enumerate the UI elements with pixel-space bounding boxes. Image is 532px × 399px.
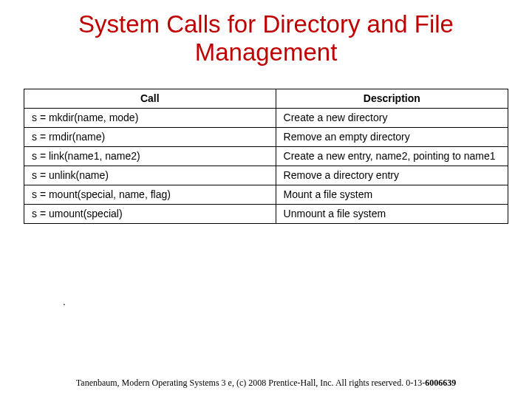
cell-call: s = umount(special) bbox=[24, 204, 276, 223]
cell-call: s = mount(special, name, flag) bbox=[24, 185, 276, 204]
cell-call: s = link(name1, name2) bbox=[24, 146, 276, 166]
header-desc: Description bbox=[276, 89, 508, 108]
cell-desc: Create a new entry, name2, pointing to n… bbox=[276, 146, 508, 166]
cell-call: s = mkdir(name, mode) bbox=[24, 108, 276, 127]
cell-desc: Unmount a file system bbox=[276, 204, 508, 223]
table-row: s = mkdir(name, mode) Create a new direc… bbox=[24, 108, 508, 127]
header-call: Call bbox=[24, 89, 276, 108]
stray-dot: . bbox=[63, 296, 66, 307]
table-row: s = umount(special) Unmount a file syste… bbox=[24, 204, 508, 223]
syscall-table: Call Description s = mkdir(name, mode) C… bbox=[24, 89, 508, 224]
cell-desc: Remove an empty directory bbox=[276, 127, 508, 146]
footer-text: Tanenbaum, Modern Operating Systems 3 e,… bbox=[76, 378, 425, 388]
cell-call: s = rmdir(name) bbox=[24, 127, 276, 146]
slide: System Calls for Directory and File Mana… bbox=[0, 0, 532, 399]
table-row: s = mount(special, name, flag) Mount a f… bbox=[24, 185, 508, 204]
table-row: s = rmdir(name) Remove an empty director… bbox=[24, 127, 508, 146]
page-title: System Calls for Directory and File Mana… bbox=[0, 0, 532, 66]
table-header-row: Call Description bbox=[24, 89, 508, 108]
syscall-table-wrap: Call Description s = mkdir(name, mode) C… bbox=[24, 89, 508, 224]
cell-desc: Mount a file system bbox=[276, 185, 508, 204]
footer-citation: Tanenbaum, Modern Operating Systems 3 e,… bbox=[0, 378, 532, 389]
table-row: s = link(name1, name2) Create a new entr… bbox=[24, 146, 508, 166]
footer-isbn: 6006639 bbox=[425, 378, 456, 388]
table-row: s = unlink(name) Remove a directory entr… bbox=[24, 166, 508, 185]
cell-desc: Remove a directory entry bbox=[276, 166, 508, 185]
cell-desc: Create a new directory bbox=[276, 108, 508, 127]
cell-call: s = unlink(name) bbox=[24, 166, 276, 185]
